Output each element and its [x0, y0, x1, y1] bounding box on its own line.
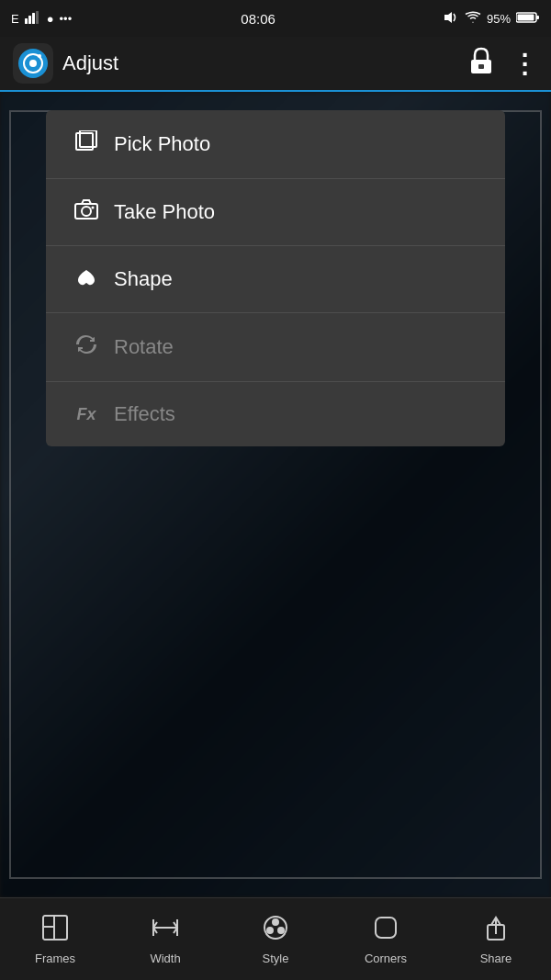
more-dots: ••• — [60, 12, 73, 26]
svg-rect-29 — [376, 918, 396, 938]
status-signal: E ● ••• — [11, 11, 72, 27]
battery-icon — [516, 11, 540, 27]
effects-icon: Fx — [73, 405, 99, 424]
wifi-icon — [465, 11, 481, 27]
svg-rect-13 — [478, 64, 484, 69]
menu-item-take-photo[interactable]: Take Photo — [46, 179, 505, 246]
svg-rect-0 — [25, 18, 28, 24]
lock-icon[interactable] — [469, 47, 493, 80]
status-time: 08:06 — [241, 11, 276, 27]
svg-point-27 — [267, 928, 273, 933]
frames-label: Frames — [35, 952, 75, 965]
corners-label: Corners — [365, 952, 407, 965]
app-bar-actions: ⋮ — [469, 47, 538, 80]
width-label: Width — [150, 952, 180, 965]
more-options-icon[interactable]: ⋮ — [512, 49, 538, 79]
style-icon — [262, 914, 289, 946]
width-icon — [152, 914, 179, 946]
app-title: Adjust — [62, 51, 469, 75]
svg-rect-7 — [536, 16, 539, 19]
nav-item-share[interactable]: Share — [441, 914, 551, 965]
rotate-icon — [73, 333, 99, 361]
style-label: Style — [263, 952, 289, 965]
menu-item-effects: Fx Effects — [46, 382, 505, 446]
menu-label-shape: Shape — [114, 267, 173, 291]
main-content: Pick Photo Take Photo Shape — [0, 92, 551, 897]
svg-point-18 — [92, 207, 95, 209]
svg-rect-1 — [28, 16, 31, 24]
nav-item-frames[interactable]: Frames — [0, 914, 110, 965]
bottom-nav: Frames Width Style — [0, 897, 551, 980]
corners-icon — [372, 914, 399, 946]
menu-label-effects: Effects — [114, 402, 175, 426]
menu-item-pick-photo[interactable]: Pick Photo — [46, 110, 505, 179]
svg-marker-4 — [444, 12, 452, 23]
menu-label-rotate: Rotate — [114, 335, 174, 359]
nav-item-width[interactable]: Width — [110, 914, 220, 965]
menu-label-pick-photo: Pick Photo — [114, 132, 210, 156]
menu-item-shape[interactable]: Shape — [46, 246, 505, 313]
nav-item-style[interactable]: Style — [220, 914, 331, 965]
take-photo-icon — [73, 199, 99, 225]
app-logo — [13, 43, 53, 84]
svg-point-17 — [82, 207, 91, 216]
notification-dot: ● — [47, 12, 54, 26]
share-label: Share — [480, 952, 512, 965]
share-icon — [482, 914, 510, 946]
svg-point-28 — [278, 928, 284, 933]
menu-label-take-photo: Take Photo — [114, 200, 215, 224]
signal-bars — [25, 11, 41, 27]
battery-percent: 95% — [487, 12, 511, 26]
svg-point-26 — [273, 919, 278, 925]
svg-rect-6 — [517, 14, 534, 20]
svg-point-10 — [29, 60, 37, 67]
menu-item-rotate: Rotate — [46, 313, 505, 382]
status-bar: E ● ••• 08:06 95% — [0, 0, 551, 37]
svg-rect-2 — [32, 13, 35, 24]
status-right: 95% — [444, 11, 540, 27]
app-bar: Adjust ⋮ — [0, 37, 551, 92]
pick-photo-icon — [73, 130, 99, 158]
volume-icon — [444, 11, 459, 27]
nav-item-corners[interactable]: Corners — [331, 914, 441, 965]
frames-icon — [41, 914, 69, 946]
svg-rect-3 — [36, 11, 39, 24]
dropdown-menu: Pick Photo Take Photo Shape — [46, 110, 505, 446]
signal-icon: E — [11, 12, 19, 26]
svg-point-11 — [38, 54, 41, 58]
shape-icon — [73, 266, 99, 292]
